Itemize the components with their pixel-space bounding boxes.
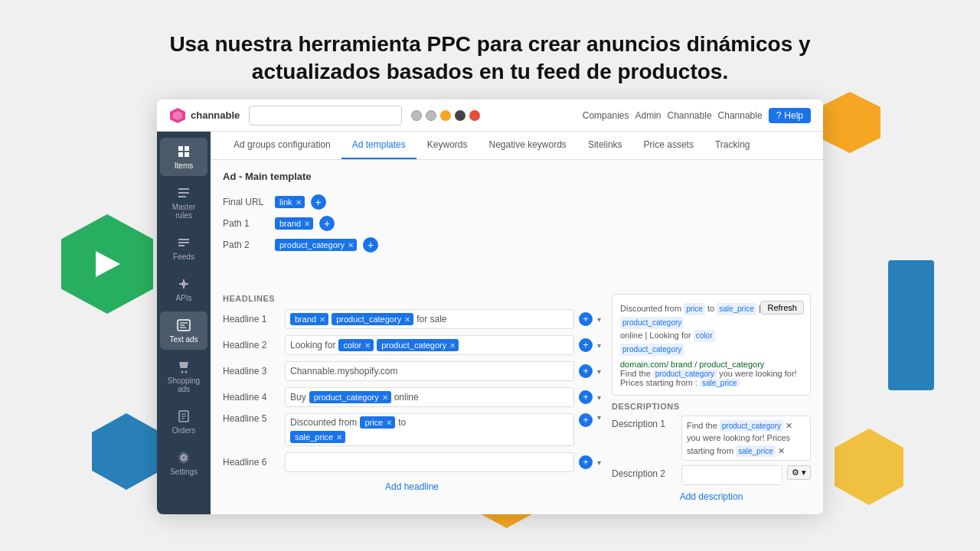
headline-5-tag1[interactable]: price✕ — [360, 416, 395, 429]
svg-rect-3 — [178, 146, 183, 151]
h5-tag2-remove[interactable]: ✕ — [336, 433, 342, 442]
desc-1-tag1-remove[interactable]: ✕ — [786, 421, 792, 430]
tab-sitelinks[interactable]: Sitelinks — [577, 132, 633, 159]
sidebar-item-items[interactable]: Items — [160, 138, 207, 176]
tab-negative-keywords[interactable]: Negative keywords — [478, 132, 577, 159]
headline-4-tag1[interactable]: product_category✕ — [309, 391, 391, 403]
headline-1-tag1[interactable]: brand✕ — [290, 313, 328, 325]
desc-2-content[interactable] — [681, 465, 782, 485]
final-url-tag[interactable]: link ✕ — [275, 196, 305, 208]
sidebar-item-settings[interactable]: Settings — [160, 444, 207, 482]
headline-5-dropdown[interactable]: ▾ — [597, 413, 601, 422]
help-button[interactable]: ? Help — [769, 108, 811, 123]
path2-add[interactable]: + — [363, 237, 378, 253]
preview-color-tag: color — [694, 330, 715, 342]
headline-4-dropdown[interactable]: ▾ — [597, 393, 601, 402]
headline-3-dropdown[interactable]: ▾ — [597, 367, 601, 376]
desc-1-label: Description 1 — [612, 416, 677, 429]
h1-tag1-remove[interactable]: ✕ — [319, 315, 325, 324]
headline-2-dropdown[interactable]: ▾ — [597, 341, 601, 350]
headline-5-prefix: Discounted from — [290, 417, 357, 428]
sidebar-label-settings: Settings — [170, 468, 198, 476]
headline-2-add[interactable]: + — [579, 338, 593, 352]
descriptions-section: Descriptions Description 1 Find the prod… — [612, 402, 811, 504]
headline-4-row: Headline 4 Buy product_category✕ online … — [223, 387, 601, 407]
path1-remove[interactable]: ✕ — [304, 220, 310, 228]
tab-ad-templates[interactable]: Ad templates — [341, 132, 416, 159]
svg-rect-5 — [178, 152, 183, 157]
help-label: Help — [784, 110, 803, 121]
channable-link1[interactable]: Channable — [668, 110, 712, 121]
sidebar-item-master-rules[interactable]: Master rules — [160, 179, 207, 226]
sidebar-item-shopping-ads[interactable]: Shopping ads — [160, 353, 207, 399]
h4-tag1-remove[interactable]: ✕ — [382, 393, 388, 402]
h1-tag2-remove[interactable]: ✕ — [404, 315, 410, 324]
add-headline-button[interactable]: Add headline — [223, 478, 601, 495]
headline-5-tag2[interactable]: sale_price✕ — [290, 431, 345, 443]
preview-product-cat2-tag: product_category — [620, 344, 684, 356]
tab-ad-groups[interactable]: Ad groups configuration — [223, 132, 341, 159]
final-url-remove[interactable]: ✕ — [296, 198, 302, 207]
headline-3-content[interactable]: Channable.myshopify.com — [285, 361, 574, 381]
sidebar-label-apis: APIs — [175, 294, 191, 302]
headline-6-dropdown[interactable]: ▾ — [597, 458, 601, 467]
desc-1-tag2-remove[interactable]: ✕ — [778, 446, 785, 455]
tab-keywords[interactable]: Keywords — [416, 132, 479, 159]
app-logo: channable — [169, 107, 240, 124]
admin-link[interactable]: Admin — [635, 110, 661, 121]
sidebar-label-text-ads: Text ads — [169, 335, 198, 344]
headline-4-content[interactable]: Buy product_category✕ online — [285, 387, 574, 407]
preview-product-cat-tag: product_category — [620, 317, 684, 329]
path1-add[interactable]: + — [319, 216, 335, 231]
desc-1-content[interactable]: Find the product_category ✕ you were loo… — [681, 416, 811, 461]
headline-1-tag2[interactable]: product_category✕ — [332, 313, 413, 325]
titlebar-actions: Companies Admin Channable Channable ? He… — [583, 108, 811, 123]
headline-2-tag1[interactable]: color✕ — [338, 339, 374, 351]
search-input[interactable] — [249, 106, 402, 126]
headline-5-add[interactable]: + — [579, 413, 593, 427]
sidebar-item-apis[interactable]: APIs — [160, 270, 207, 308]
path2-remove[interactable]: ✕ — [348, 241, 354, 249]
main-content: Ad - Main template Final URL link ✕ + Pa… — [211, 160, 823, 514]
path2-tag[interactable]: product_category ✕ — [275, 239, 357, 251]
preview-price-tag: price — [684, 303, 705, 315]
companies-link[interactable]: Companies — [583, 110, 629, 121]
headline-3-add[interactable]: + — [579, 364, 593, 378]
headline-6-content[interactable] — [285, 452, 574, 472]
sidebar-label-feeds: Feeds — [173, 253, 194, 261]
svg-rect-9 — [178, 196, 186, 197]
headlines-label: Headlines — [223, 294, 601, 303]
headline-5-content[interactable]: Discounted from price✕ to sale_price✕ — [285, 413, 574, 446]
headline-2-prefix: Looking for — [290, 340, 335, 350]
h5-tag1-remove[interactable]: ✕ — [386, 419, 392, 427]
dot-5 — [469, 110, 480, 121]
refresh-button[interactable]: Refresh — [760, 301, 804, 315]
final-url-add[interactable]: + — [311, 194, 326, 210]
channable-link2[interactable]: Channable — [718, 110, 763, 121]
headline-6-add[interactable]: + — [579, 455, 593, 469]
sidebar-item-text-ads[interactable]: Text ads — [160, 311, 207, 350]
sidebar-item-orders[interactable]: Orders — [160, 403, 207, 441]
tab-tracking[interactable]: Tracking — [704, 132, 761, 159]
path2-tag-text: product_category — [279, 240, 345, 249]
headline-2-tag2[interactable]: product_category✕ — [377, 339, 459, 351]
headline-2-content[interactable]: Looking for color✕ product_category✕ — [285, 335, 574, 355]
headline-1-content[interactable]: brand✕ product_category✕ for sale — [285, 309, 574, 329]
headline-1-dropdown[interactable]: ▾ — [597, 315, 601, 324]
descriptions-label: Descriptions — [612, 402, 811, 411]
desc-2-gear[interactable]: ⚙ ▾ — [787, 465, 811, 480]
logo-icon — [169, 107, 186, 124]
headline-2-label: Headline 2 — [223, 340, 280, 350]
svg-point-12 — [181, 371, 184, 373]
path1-tag[interactable]: brand ✕ — [275, 217, 313, 230]
sidebar-label-master-rules: Master rules — [165, 203, 203, 220]
headline-1-add[interactable]: + — [579, 312, 593, 326]
add-description-button[interactable]: Add description — [612, 490, 811, 504]
sidebar-item-feeds[interactable]: Feeds — [160, 229, 207, 267]
tab-price-assets[interactable]: Price assets — [633, 132, 704, 159]
svg-rect-6 — [185, 152, 189, 157]
content-area: Ad groups configuration Ad templates Key… — [211, 132, 823, 514]
h2-tag2-remove[interactable]: ✕ — [449, 341, 456, 350]
h2-tag1-remove[interactable]: ✕ — [364, 341, 371, 350]
headline-4-add[interactable]: + — [579, 390, 593, 404]
